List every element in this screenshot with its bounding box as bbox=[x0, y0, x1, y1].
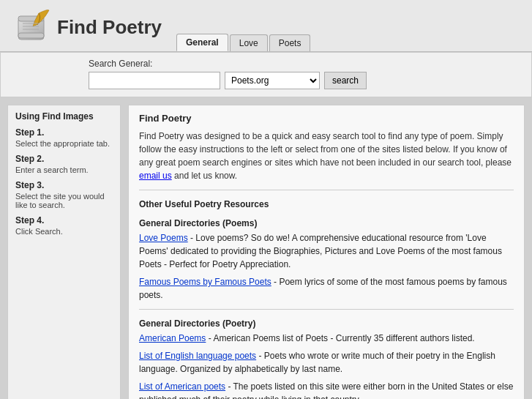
section2-sub: General Directories (Poetry) bbox=[139, 318, 514, 329]
step-1: Step 1. Select the appropriate tab. bbox=[15, 127, 113, 148]
resource-love-poems: Love Poems - Love poems? So do we! A com… bbox=[139, 231, 514, 271]
tab-general[interactable]: General bbox=[176, 34, 228, 51]
logo: Find Poetry bbox=[11, 7, 162, 48]
site-select[interactable]: Poets.org Other Sites bbox=[225, 72, 320, 89]
famous-poems-link[interactable]: Famous Poems by Famous Poets bbox=[139, 277, 271, 287]
search-button[interactable]: search bbox=[324, 72, 367, 89]
search-label: Search General: bbox=[89, 59, 520, 69]
divider-2 bbox=[139, 309, 514, 310]
main-title: Find Poetry bbox=[139, 113, 514, 124]
search-bar: Search General: Poets.org Other Sites se… bbox=[0, 52, 532, 97]
section1-sub: General Directories (Poems) bbox=[139, 218, 514, 228]
step-4: Step 4. Click Search. bbox=[15, 215, 113, 236]
svg-rect-2 bbox=[18, 33, 44, 38]
resource-american-poems: American Poems - American Poems list of … bbox=[139, 332, 514, 345]
divider-1 bbox=[139, 190, 514, 190]
search-input[interactable] bbox=[89, 72, 220, 89]
tab-love[interactable]: Love bbox=[230, 34, 268, 51]
american-poems-link[interactable]: American Poems bbox=[139, 333, 206, 343]
main-intro: Find Poetry was designed to be a quick a… bbox=[139, 130, 514, 182]
step-3: Step 3. Select the site you would like t… bbox=[15, 180, 113, 209]
tab-poets[interactable]: Poets bbox=[269, 34, 311, 51]
main-panel: Find Poetry Find Poetry was designed to … bbox=[128, 105, 525, 399]
resource-english-poets: List of English language poets - Poets w… bbox=[139, 349, 514, 376]
logo-text: Find Poetry bbox=[57, 16, 162, 39]
resource-famous-poems: Famous Poems by Famous Poets - Poem lyri… bbox=[139, 275, 514, 302]
american-poets-link[interactable]: List of American poets bbox=[139, 381, 225, 392]
tabs: General Love Poets bbox=[176, 34, 312, 51]
sidebar-title: Using Find Images bbox=[15, 111, 113, 122]
love-poems-link[interactable]: Love Poems bbox=[139, 233, 188, 243]
logo-icon bbox=[11, 7, 51, 48]
section1-title: Other Useful Poetry Resources bbox=[139, 199, 514, 209]
step-2: Step 2. Enter a search term. bbox=[15, 154, 113, 174]
sidebar: Using Find Images Step 1. Select the app… bbox=[7, 105, 121, 399]
email-link[interactable]: email us bbox=[139, 171, 172, 181]
resource-american-poets: List of American poets - The poets liste… bbox=[139, 380, 514, 399]
english-poets-link[interactable]: List of English language poets bbox=[139, 351, 256, 361]
